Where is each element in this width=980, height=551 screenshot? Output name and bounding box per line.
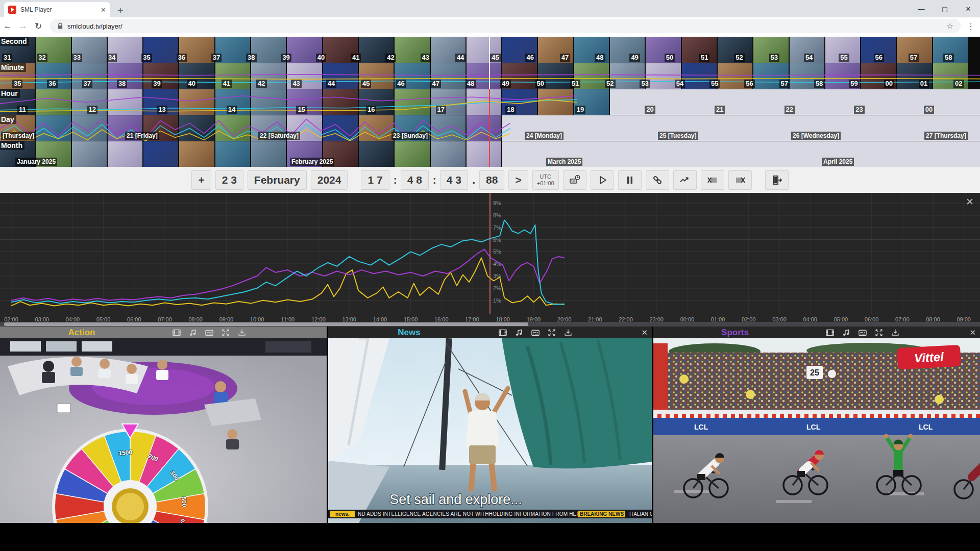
bookmark-star-icon[interactable]: ☆ [947, 21, 953, 31]
timeline-thumbnail[interactable] [179, 141, 214, 167]
timeline-thumbnail[interactable] [467, 115, 501, 141]
film-icon[interactable] [498, 328, 507, 337]
mark-out-button[interactable] [728, 170, 752, 190]
music-icon[interactable] [514, 328, 524, 337]
download-icon[interactable] [237, 328, 247, 337]
timeline-thumbnail[interactable] [323, 89, 358, 115]
minimize-button[interactable]: — [910, 0, 933, 17]
timeline-thumbnail[interactable] [72, 115, 107, 141]
link-icon [651, 174, 664, 186]
mark-in-button[interactable] [701, 170, 724, 190]
metrics-chart-canvas[interactable]: 02:0003:0004:0005:0006:0007:0008:0009:00… [0, 193, 980, 327]
timeline-thumbnail[interactable] [359, 141, 394, 167]
forward-button[interactable]: → [15, 21, 31, 31]
timeline-cell-label: 36 [47, 80, 57, 88]
frames-spinner[interactable]: 88 [479, 170, 504, 190]
browser-tab[interactable]: SML Player ✕ [4, 2, 110, 17]
timeline-strips[interactable]: Second3132333435363738394041424344454647… [0, 37, 980, 167]
year-spinner[interactable]: 2024 [311, 170, 348, 190]
timeline-empty-region[interactable] [502, 115, 980, 141]
timeline-thumbnail[interactable] [395, 141, 429, 167]
set-time-button[interactable] [563, 170, 586, 190]
address-bar[interactable]: smlcloud.tv/player/ ☆ [50, 19, 961, 33]
music-icon[interactable] [188, 328, 198, 337]
fullscreen-icon[interactable] [220, 328, 230, 337]
zoom-in-button[interactable]: + [191, 170, 211, 190]
timeline-thumbnail[interactable] [646, 37, 680, 63]
timeline-thumbnail[interactable] [179, 115, 214, 141]
news-ticker: news. ND ADDS INTELLIGENCE AGENCIES ARE … [328, 510, 652, 518]
timeline-thumbnail[interactable] [215, 63, 250, 89]
timeline-row-month[interactable]: MonthJanuary 2025February 2025March 2025… [0, 141, 980, 167]
browser-menu-icon[interactable]: ⋮ [967, 21, 975, 31]
tab-close-icon[interactable]: ✕ [101, 6, 106, 14]
new-tab-button[interactable]: + [117, 7, 124, 14]
timeline-row-label: Hour [0, 89, 20, 98]
timeline-thumbnail[interactable] [36, 89, 70, 115]
bottom-letterbox [0, 523, 980, 551]
timeline-thumbnail[interactable] [108, 89, 142, 115]
timeline-thumbnail[interactable] [359, 115, 394, 141]
seconds-spinner[interactable]: 4 3 [440, 170, 468, 190]
timeline-thumbnail[interactable] [215, 141, 250, 167]
timeline-thumbnail[interactable] [215, 115, 250, 141]
day-spinner[interactable]: 2 3 [215, 170, 243, 190]
fullscreen-icon[interactable] [874, 328, 884, 337]
timezone-button[interactable]: UTC +01:00 [532, 170, 559, 190]
back-button[interactable]: ← [0, 21, 15, 31]
chart-scrollbar-thumb[interactable] [4, 322, 528, 326]
timeline-thumbnail[interactable] [108, 141, 142, 167]
hours-spinner[interactable]: 1 7 [361, 170, 389, 190]
download-icon[interactable] [890, 328, 900, 337]
action-video-panel[interactable]: 1500200300500BANKRUT [0, 338, 327, 523]
timeline-thumbnail[interactable] [431, 141, 465, 167]
film-icon[interactable] [172, 328, 181, 337]
sports-video-frame: Vittel 25 LCL LCL LCL [653, 338, 980, 523]
news-close-icon[interactable]: ✕ [641, 328, 648, 337]
chart-close-icon[interactable]: ✕ [966, 196, 974, 208]
timeline-thumbnail[interactable] [395, 89, 429, 115]
timeline-cell-label: 46 [525, 54, 535, 62]
timeline-thumbnail[interactable] [323, 115, 358, 141]
film-icon[interactable] [825, 328, 835, 337]
timeline-cell-label: 01 [919, 80, 929, 88]
minutes-spinner[interactable]: 4 8 [401, 170, 429, 190]
timeline-thumbnail[interactable] [143, 141, 178, 167]
reload-button[interactable]: ↻ [31, 21, 46, 32]
timeline-thumbnail[interactable] [251, 141, 286, 167]
timeline-thumbnail[interactable] [538, 89, 573, 115]
timeline-row-minute[interactable]: Minute3536373839404142434445464748495051… [0, 63, 980, 89]
captions-icon[interactable] [204, 328, 214, 337]
timeline-cell-label: 44 [455, 54, 465, 62]
fullscreen-icon[interactable] [547, 328, 556, 337]
timeline-row-day[interactable]: Day[Thursday]21 [Friday]22 [Saturday]23 … [0, 115, 980, 141]
news-video-panel[interactable]: Set sail and explore... news. ND ADDS IN… [328, 338, 652, 523]
music-icon[interactable] [841, 328, 851, 337]
timeline-row-hour[interactable]: Hour1112131415161718192021222300 [0, 89, 980, 115]
exit-button[interactable] [765, 170, 789, 190]
url-text[interactable]: smlcloud.tv/player/ [67, 22, 943, 30]
window-close-button[interactable]: ✕ [957, 0, 980, 17]
maximize-button[interactable]: ▢ [933, 0, 957, 17]
captions-icon[interactable] [530, 328, 540, 337]
captions-icon[interactable] [857, 328, 867, 337]
timeline-thumbnail[interactable] [179, 89, 214, 115]
chart-scrollbar[interactable] [0, 322, 980, 327]
timeline-thumbnail[interactable] [251, 89, 286, 115]
play-button[interactable] [591, 170, 614, 190]
sports-close-icon[interactable]: ✕ [969, 328, 976, 337]
timeline-thumbnail[interactable] [36, 115, 70, 141]
step-forward-button[interactable]: > [508, 170, 528, 190]
pause-button[interactable] [618, 170, 642, 190]
timeline-row-second[interactable]: Second3132333435363738394041424344454647… [0, 37, 980, 63]
timeline-thumbnail[interactable] [72, 141, 107, 167]
sports-video-panel[interactable]: Vittel 25 LCL LCL LCL [653, 338, 980, 523]
metrics-toggle-button[interactable] [673, 170, 697, 190]
download-icon[interactable] [563, 328, 573, 337]
metrics-chart[interactable]: 02:0003:0004:0005:0006:0007:0008:0009:00… [0, 193, 980, 327]
timeline-thumbnail[interactable] [467, 141, 501, 167]
timeline-thumbnail[interactable] [431, 115, 465, 141]
month-spinner[interactable]: February [248, 170, 307, 190]
timeline-thumbnail[interactable] [467, 89, 501, 115]
share-link-button[interactable] [646, 170, 669, 190]
